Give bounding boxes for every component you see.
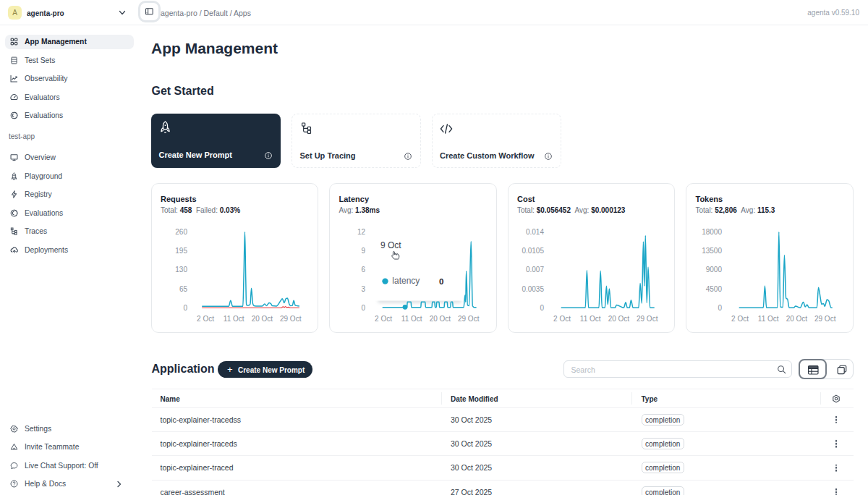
svg-text:13500: 13500	[702, 247, 722, 255]
svg-text:11 Oct: 11 Oct	[223, 315, 244, 323]
svg-text:20 Oct: 20 Oct	[251, 315, 273, 323]
svg-text:12: 12	[357, 228, 366, 236]
svg-text:11 Oct: 11 Oct	[401, 315, 422, 323]
svg-text:9000: 9000	[706, 266, 723, 274]
svg-text:20 Oct: 20 Oct	[430, 315, 451, 323]
svg-text:18000: 18000	[702, 228, 722, 236]
svg-text:20 Oct: 20 Oct	[786, 315, 808, 323]
svg-text:0.014: 0.014	[525, 228, 543, 236]
svg-text:0: 0	[718, 304, 722, 312]
svg-text:29 Oct: 29 Oct	[636, 315, 658, 323]
svg-text:11 Oct: 11 Oct	[579, 315, 600, 323]
svg-text:0.0035: 0.0035	[522, 285, 544, 293]
svg-text:29 Oct: 29 Oct	[814, 315, 836, 323]
svg-text:2 Oct: 2 Oct	[553, 315, 571, 323]
svg-text:0: 0	[183, 304, 187, 312]
svg-text:65: 65	[179, 285, 187, 293]
svg-text:130: 130	[175, 266, 187, 274]
svg-text:9 Oct: 9 Oct	[380, 240, 401, 250]
svg-text:6: 6	[361, 266, 365, 274]
svg-text:0.0105: 0.0105	[522, 247, 544, 255]
svg-text:260: 260	[175, 228, 187, 236]
svg-text:20 Oct: 20 Oct	[608, 315, 629, 323]
svg-text:2 Oct: 2 Oct	[197, 315, 214, 323]
svg-text:11 Oct: 11 Oct	[758, 315, 779, 323]
svg-text:29 Oct: 29 Oct	[458, 315, 480, 323]
svg-text:0: 0	[540, 304, 544, 312]
svg-text:0.007: 0.007	[525, 266, 543, 274]
svg-text:latency: latency	[392, 276, 420, 286]
svg-text:3: 3	[361, 285, 365, 293]
svg-text:2 Oct: 2 Oct	[731, 315, 749, 323]
svg-text:0: 0	[361, 304, 365, 312]
svg-text:2 Oct: 2 Oct	[375, 315, 392, 323]
svg-text:4500: 4500	[706, 285, 723, 293]
svg-text:9: 9	[361, 247, 365, 255]
svg-text:29 Oct: 29 Oct	[279, 315, 301, 323]
svg-text:0: 0	[439, 277, 443, 286]
svg-text:195: 195	[175, 247, 187, 255]
